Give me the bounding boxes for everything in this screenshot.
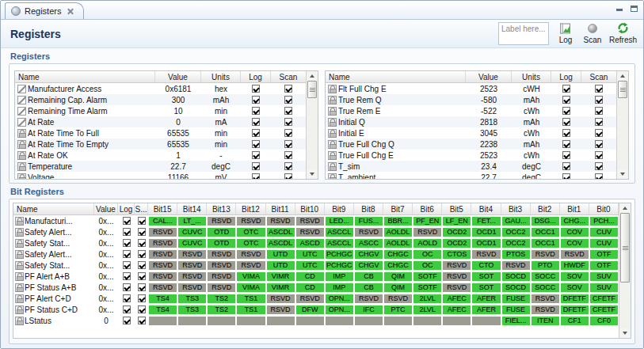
tab-close-icon[interactable] xyxy=(67,8,74,15)
column-header-bit14[interactable]: Bit14 xyxy=(177,203,207,214)
register-row[interactable]: Manufacturer Access0x6181hex xyxy=(15,83,306,94)
log-checkbox[interactable] xyxy=(252,151,260,159)
log-checkbox[interactable] xyxy=(562,107,570,115)
register-row[interactable]: T_sim23.4degC xyxy=(326,161,616,172)
log-button[interactable]: Log xyxy=(555,22,576,44)
log-checkbox[interactable] xyxy=(252,173,260,179)
column-header-bit7[interactable]: Bit7 xyxy=(383,203,413,214)
register-row[interactable]: Flt Full Chg E2523cWH xyxy=(326,83,616,94)
scroll-thumb[interactable] xyxy=(618,81,627,98)
log-checkbox[interactable] xyxy=(562,85,570,93)
scan-checkbox[interactable] xyxy=(595,173,603,179)
register-row[interactable]: At Rate OK1- xyxy=(15,150,306,161)
log-checkbox[interactable] xyxy=(123,305,131,313)
log-checkbox[interactable] xyxy=(252,140,260,148)
log-checkbox[interactable] xyxy=(123,317,131,324)
column-header-bit1[interactable]: Bit1 xyxy=(560,203,589,214)
log-checkbox[interactable] xyxy=(252,162,260,170)
register-row[interactable]: Initial Q2818mAh xyxy=(326,116,616,127)
scan-checkbox[interactable] xyxy=(284,107,292,115)
column-header-bit13[interactable]: Bit13 xyxy=(207,203,236,214)
bit-register-row[interactable]: PF Status C+D0x...TS4TS3TS2TS1RSVDDFWOPN… xyxy=(13,304,619,315)
bit-register-row[interactable]: Safety Stat...0x...RSVDCUVCOTDOTCASCDLAS… xyxy=(13,237,619,248)
scan-checkbox[interactable] xyxy=(138,305,146,313)
register-row[interactable]: Remaining Time Alarm10min xyxy=(15,105,306,116)
maximize-button[interactable] xyxy=(629,4,639,13)
register-row[interactable]: True Full Chg Q2238mAh xyxy=(326,138,616,150)
column-header-bit6[interactable]: Bit6 xyxy=(413,203,442,214)
scroll-thumb[interactable] xyxy=(307,81,317,98)
column-header-bit5[interactable]: Bit5 xyxy=(442,203,471,214)
register-row[interactable]: At Rate Time To Full65535min xyxy=(15,127,306,138)
log-checkbox[interactable] xyxy=(252,96,260,104)
scan-button[interactable]: Scan xyxy=(582,22,603,44)
scan-checkbox[interactable] xyxy=(138,283,146,291)
log-checkbox[interactable] xyxy=(123,272,131,280)
scroll-down-icon[interactable] xyxy=(307,169,318,179)
log-checkbox[interactable] xyxy=(123,239,131,247)
scan-checkbox[interactable] xyxy=(595,140,603,148)
log-checkbox[interactable] xyxy=(252,107,260,115)
scan-checkbox[interactable] xyxy=(595,85,603,93)
column-header-value[interactable]: Value xyxy=(155,71,201,82)
column-header-log[interactable]: Log xyxy=(551,71,581,82)
column-header-s[interactable]: S... xyxy=(135,203,148,214)
scan-checkbox[interactable] xyxy=(138,250,146,258)
bit-register-row[interactable]: PF Status A+B0x...RSVDRSVDRSVDVIMAVIMRCD… xyxy=(13,282,619,293)
register-row[interactable]: At Rate Time To Empty65535min xyxy=(15,138,306,150)
log-checkbox[interactable] xyxy=(123,283,131,291)
column-header-units[interactable]: Units xyxy=(201,71,241,82)
scan-checkbox[interactable] xyxy=(284,173,292,179)
column-header-bit2[interactable]: Bit2 xyxy=(531,203,560,214)
scan-checkbox[interactable] xyxy=(595,129,603,137)
scan-checkbox[interactable] xyxy=(138,317,146,324)
tab-registers[interactable]: Registers xyxy=(5,2,84,19)
log-checkbox[interactable] xyxy=(562,140,570,148)
column-header-bit4[interactable]: Bit4 xyxy=(471,203,501,214)
scan-checkbox[interactable] xyxy=(284,140,292,148)
bit-register-row[interactable]: PF Alert C+D0x...TS4TS3TS2TS1RSVDRSVDOPN… xyxy=(13,293,619,304)
log-checkbox[interactable] xyxy=(123,250,131,258)
register-row[interactable]: T_ambient22.7degC xyxy=(326,172,616,179)
register-row[interactable]: Voltage11166mV xyxy=(15,172,306,179)
scan-checkbox[interactable] xyxy=(284,151,292,159)
register-row[interactable]: Temperature22.7degC xyxy=(15,161,306,172)
scan-checkbox[interactable] xyxy=(138,217,146,225)
bit-register-row[interactable]: Safety Alert...0x...RSVDRSVDRSVDRSVDUTDU… xyxy=(13,248,619,260)
log-checkbox[interactable] xyxy=(123,217,131,225)
refresh-button[interactable]: Refresh xyxy=(609,22,637,44)
scroll-up-icon[interactable] xyxy=(307,71,318,81)
scan-checkbox[interactable] xyxy=(138,272,146,280)
minimize-button[interactable] xyxy=(614,4,624,13)
column-header-name[interactable]: Name xyxy=(15,71,155,82)
column-header-bit15[interactable]: Bit15 xyxy=(148,203,177,214)
log-checkbox[interactable] xyxy=(562,162,570,170)
bit-register-row[interactable]: Safety Alert...0x...RSVDCUVCOTDOTCASCDLR… xyxy=(13,226,619,237)
column-header-bit3[interactable]: Bit3 xyxy=(501,203,531,214)
bit-register-row[interactable]: LStatus0FIEL...ITENCF1CF0 xyxy=(13,315,619,326)
vertical-scrollbar[interactable] xyxy=(616,71,628,179)
column-header-value[interactable]: Value xyxy=(466,71,512,82)
scan-checkbox[interactable] xyxy=(138,294,146,302)
bit-register-row[interactable]: Manufacturi...0x...CAL...LT_...RSVDRSVDR… xyxy=(13,215,619,226)
column-header-log[interactable]: Log xyxy=(241,71,271,82)
column-header-bit8[interactable]: Bit8 xyxy=(354,203,383,214)
register-row[interactable]: Remaining Cap. Alarm300mAh xyxy=(15,94,306,105)
log-checkbox[interactable] xyxy=(252,85,260,93)
log-checkbox[interactable] xyxy=(123,228,131,236)
scan-checkbox[interactable] xyxy=(284,129,292,137)
log-checkbox[interactable] xyxy=(123,261,131,269)
scroll-down-icon[interactable] xyxy=(619,328,631,338)
register-row[interactable]: True Rem E-522cWh xyxy=(326,105,616,116)
log-checkbox[interactable] xyxy=(562,96,570,104)
log-checkbox[interactable] xyxy=(252,129,260,137)
column-header-name[interactable]: Name xyxy=(326,71,466,82)
column-header-units[interactable]: Units xyxy=(512,71,551,82)
column-header-log[interactable]: Log xyxy=(118,203,135,214)
log-checkbox[interactable] xyxy=(562,129,570,137)
scan-checkbox[interactable] xyxy=(595,162,603,170)
scroll-up-icon[interactable] xyxy=(619,203,631,213)
column-header-bit11[interactable]: Bit11 xyxy=(266,203,295,214)
vertical-scrollbar[interactable] xyxy=(619,203,631,338)
scan-checkbox[interactable] xyxy=(595,107,603,115)
